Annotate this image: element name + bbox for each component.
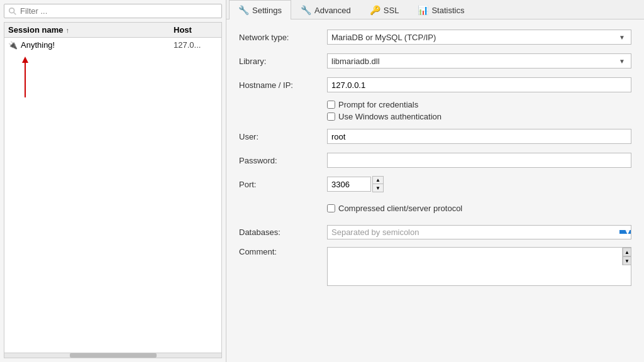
red-arrow-indicator [22, 57, 28, 97]
windows-auth-label: Use Windows authentication [338, 112, 441, 121]
databases-row: Databases: Separated by semicolon ▼ [239, 223, 631, 241]
comment-control: ▲ ▼ [327, 247, 631, 286]
databases-control: Separated by semicolon ▼ [327, 225, 631, 239]
comment-row: Comment: ▲ ▼ [239, 247, 631, 286]
filter-input[interactable] [20, 6, 218, 16]
user-row: User: [239, 128, 631, 145]
table-row[interactable]: 🔌 Anything! 127.0... [4, 38, 221, 52]
user-input[interactable] [327, 129, 631, 144]
left-panel: Session name ↑ Host 🔌 Anything! 127.0... [0, 0, 226, 362]
filter-bar [4, 4, 222, 18]
col-host-header[interactable]: Host [174, 25, 218, 35]
tab-ssl-label: SSL [384, 6, 399, 15]
library-dropdown[interactable]: libmariadb.dll ▼ [327, 53, 631, 69]
compressed-row: Compressed client/server protocol [239, 199, 631, 217]
port-spinner: ▲ ▼ [372, 176, 384, 192]
scroll-up-button[interactable]: ▲ [623, 248, 631, 256]
checkbox-group: Prompt for credentials Use Windows authe… [327, 100, 631, 121]
tab-advanced[interactable]: 🔧 Advanced [291, 0, 360, 19]
session-rows: 🔌 Anything! 127.0... [4, 38, 221, 353]
ssl-tab-icon: 🔑 [370, 5, 380, 15]
tab-advanced-label: Advanced [314, 6, 351, 15]
windows-auth-row: Use Windows authentication [327, 112, 631, 121]
password-input[interactable] [327, 153, 631, 168]
tab-ssl[interactable]: 🔑 SSL [360, 0, 409, 19]
databases-dropdown[interactable]: Separated by semicolon ▼ [327, 225, 631, 239]
compressed-label: Compressed client/server protocol [338, 204, 462, 213]
port-down-button[interactable]: ▼ [373, 184, 383, 192]
svg-line-1 [14, 12, 16, 14]
password-control [327, 153, 631, 168]
scroll-down-button[interactable]: ▼ [623, 256, 631, 265]
checkboxes-control: Prompt for credentials Use Windows authe… [327, 100, 631, 121]
port-input[interactable] [327, 177, 371, 192]
session-scrollbar[interactable] [4, 353, 221, 358]
tab-settings-label: Settings [252, 6, 282, 15]
network-type-row: Network type: MariaDB or MySQL (TCP/IP) … [239, 28, 631, 46]
scrollbar-thumb [70, 353, 157, 358]
port-row: Port: ▲ ▼ [239, 175, 631, 193]
port-group: ▲ ▼ [327, 176, 384, 192]
comment-field: ▲ ▼ [327, 247, 631, 286]
library-label: Library: [239, 57, 327, 66]
user-label: User: [239, 132, 327, 141]
tab-settings[interactable]: 🔧 Settings [229, 0, 291, 19]
checkboxes-row: Prompt for credentials Use Windows authe… [239, 100, 631, 121]
network-type-control: MariaDB or MySQL (TCP/IP) ▼ [327, 30, 631, 45]
port-control: ▲ ▼ [327, 176, 631, 192]
library-row: Library: libmariadb.dll ▼ [239, 52, 631, 70]
col-name-label: Session name [8, 25, 63, 35]
hostname-input[interactable] [327, 77, 631, 92]
settings-tab-icon: 🔧 [238, 5, 249, 15]
hostname-row: Hostname / IP: [239, 76, 631, 94]
compressed-control: Compressed client/server protocol [327, 204, 631, 213]
compressed-checkbox[interactable] [327, 204, 335, 212]
search-icon [8, 7, 17, 16]
port-label: Port: [239, 180, 327, 189]
hostname-control [327, 77, 631, 92]
session-table: Session name ↑ Host 🔌 Anything! 127.0... [4, 22, 222, 358]
compressed-checkbox-row: Compressed client/server protocol [327, 204, 462, 213]
settings-content: Network type: MariaDB or MySQL (TCP/IP) … [226, 19, 644, 362]
tab-statistics[interactable]: 📊 Statistics [408, 0, 474, 19]
right-panel: 🔧 Settings 🔧 Advanced 🔑 SSL 📊 Statistics… [226, 0, 644, 362]
network-type-arrow-icon: ▼ [617, 32, 627, 42]
tabs-bar: 🔧 Settings 🔧 Advanced 🔑 SSL 📊 Statistics [226, 0, 644, 19]
comment-input[interactable] [328, 248, 622, 285]
port-up-button[interactable]: ▲ [373, 177, 383, 184]
statistics-tab-icon: 📊 [418, 5, 428, 15]
comment-scrollbar[interactable]: ▲ ▼ [622, 248, 631, 265]
prompt-credentials-label: Prompt for credentials [338, 100, 418, 109]
advanced-tab-icon: 🔧 [301, 5, 311, 15]
password-row: Password: [239, 151, 631, 169]
svg-point-0 [9, 8, 14, 13]
network-type-value: MariaDB or MySQL (TCP/IP) [331, 33, 617, 42]
network-type-label: Network type: [239, 33, 327, 42]
library-arrow-icon: ▼ [617, 56, 627, 66]
session-table-header: Session name ↑ Host [4, 23, 221, 38]
sort-icon: ↑ [65, 26, 69, 34]
databases-dropdown-arrow-icon[interactable]: ▼ [619, 230, 631, 234]
session-name: Anything! [21, 40, 174, 50]
tab-statistics-label: Statistics [431, 6, 464, 15]
library-value: libmariadb.dll [331, 57, 617, 66]
session-host: 127.0... [174, 40, 218, 50]
prompt-credentials-checkbox[interactable] [327, 101, 335, 109]
comment-label: Comment: [239, 247, 327, 256]
windows-auth-checkbox[interactable] [327, 112, 335, 121]
network-type-dropdown[interactable]: MariaDB or MySQL (TCP/IP) ▼ [327, 30, 631, 45]
password-label: Password: [239, 156, 327, 165]
library-control: libmariadb.dll ▼ [327, 53, 631, 69]
session-icon: 🔌 [8, 41, 18, 50]
databases-label: Databases: [239, 228, 327, 237]
user-control [327, 129, 631, 144]
prompt-credentials-row: Prompt for credentials [327, 100, 631, 109]
databases-placeholder: Separated by semicolon [331, 228, 619, 237]
hostname-label: Hostname / IP: [239, 80, 327, 90]
col-name-header[interactable]: Session name ↑ [8, 25, 174, 35]
